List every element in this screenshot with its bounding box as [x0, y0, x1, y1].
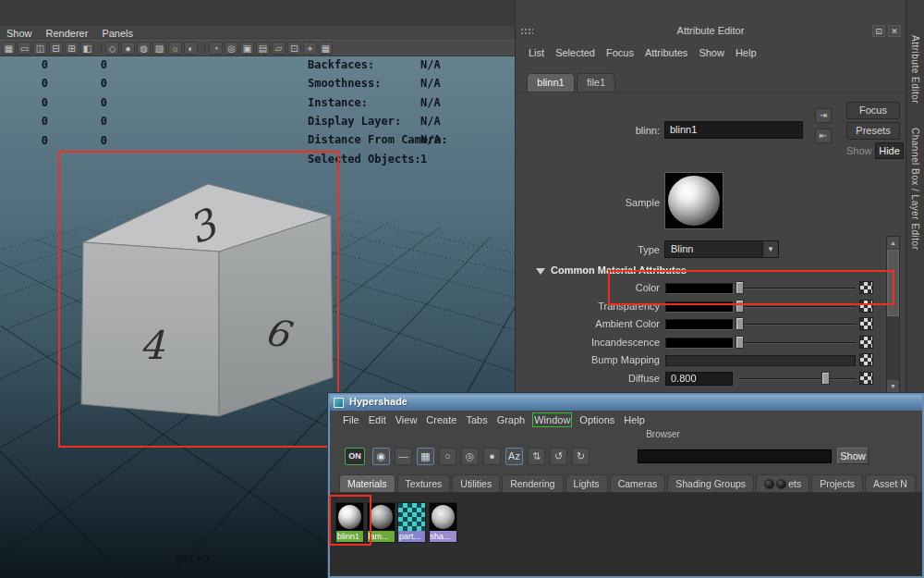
swatches-on-toggle[interactable]: ON — [345, 448, 365, 465]
node-name-field[interactable]: blinn1 — [664, 121, 803, 139]
shadows-icon[interactable]: ◐ — [184, 42, 198, 55]
color-swatch[interactable] — [665, 301, 734, 313]
hs-tab-asset-n[interactable]: Asset N — [865, 474, 916, 492]
color-swatch[interactable] — [665, 319, 734, 330]
show-filter-button[interactable]: Show — [837, 448, 869, 464]
section-common-material-attributes[interactable]: Common Material Attributes — [516, 264, 906, 279]
texture-map-icon[interactable] — [859, 336, 873, 349]
swatch-grid-icon[interactable]: ▦ — [417, 448, 434, 465]
hs-menu-help[interactable]: Help — [624, 414, 645, 425]
material-swatch-blinn1[interactable]: blinn1 — [335, 502, 364, 543]
scrollbar-thumb[interactable] — [887, 250, 899, 316]
scrollbar[interactable]: ▲ ▼ — [886, 236, 900, 393]
frame-all-icon[interactable]: ⌖ — [303, 42, 317, 55]
textured-icon[interactable]: ▨ — [152, 42, 166, 55]
hs-tab-cameras[interactable]: Cameras — [610, 474, 666, 492]
slider-handle[interactable] — [736, 317, 744, 330]
material-swatch-lam[interactable]: lam... — [367, 502, 395, 543]
swatch-filter-input[interactable] — [638, 449, 832, 463]
hs-tab-materials[interactable]: Materials — [339, 474, 395, 492]
medium-swatch-icon[interactable]: ◎ — [461, 448, 479, 465]
input-connections-icon[interactable]: ⇤ — [815, 129, 832, 143]
slider-handle[interactable] — [736, 336, 744, 349]
hs-tab-textures[interactable]: Textures — [397, 474, 451, 492]
tab-blinn1[interactable]: blinn1 — [527, 73, 575, 92]
isolate-select-icon[interactable]: ◔ — [209, 42, 223, 55]
texture-map-icon[interactable] — [859, 317, 873, 330]
scroll-down-icon[interactable]: ▼ — [887, 380, 899, 392]
two-pane-stack-icon[interactable]: ⊟ — [49, 42, 63, 55]
sidebar-tab-channel-box[interactable]: Channel Box / Layer Editor — [910, 128, 920, 251]
smooth-shade-icon[interactable]: ● — [121, 42, 135, 55]
ae-menu-attributes[interactable]: Attributes — [645, 47, 687, 58]
hs-tab-lights[interactable]: Lights — [565, 474, 608, 492]
tab-file1[interactable]: file1 — [577, 73, 615, 92]
focus-button[interactable]: Focus — [846, 102, 900, 119]
hs-menu-graph[interactable]: Graph — [497, 414, 526, 425]
material-sample-swatch[interactable] — [664, 172, 723, 229]
hs-tab-ets[interactable]: ets — [756, 474, 809, 492]
hs-tab-projects[interactable]: Projects — [811, 474, 863, 492]
render-swatches-icon[interactable]: ↻ — [572, 448, 590, 465]
texture-field[interactable] — [665, 355, 856, 366]
color-swatch[interactable] — [665, 338, 734, 349]
sort-reverse-icon[interactable]: ⇅ — [528, 448, 545, 465]
texture-map-icon[interactable] — [859, 372, 873, 385]
browser-section-header[interactable]: Browser — [330, 428, 922, 441]
output-connections-icon[interactable]: ⇥ — [815, 108, 832, 123]
slider-handle[interactable] — [736, 300, 744, 313]
safe-action-icon[interactable]: ⊡ — [287, 42, 301, 55]
color-swatch[interactable] — [665, 283, 734, 294]
flat-shade-icon[interactable]: ◍ — [137, 42, 151, 55]
large-swatch-icon[interactable]: ● — [483, 448, 501, 465]
refresh-swatches-icon[interactable]: ↺ — [550, 448, 567, 465]
hs-menu-options[interactable]: Options — [579, 414, 614, 425]
two-pane-side-icon[interactable]: ◫ — [33, 42, 47, 55]
four-pane-icon[interactable]: ⊞ — [65, 42, 79, 55]
vp-menu-panels[interactable]: Panels — [102, 28, 133, 39]
hypershade-titlebar[interactable]: Hypershade — [330, 395, 922, 411]
camera-gate-icon[interactable]: ▣ — [240, 42, 254, 55]
slider-handle[interactable] — [736, 281, 744, 294]
slider-track[interactable] — [744, 306, 856, 308]
slider-track[interactable] — [744, 324, 856, 326]
vp-menu-renderer[interactable]: Renderer — [46, 28, 89, 39]
ae-menu-show[interactable]: Show — [699, 47, 724, 58]
hs-menu-file[interactable]: File — [343, 414, 359, 425]
slider-track[interactable] — [744, 342, 856, 344]
single-pane-icon[interactable]: ▭ — [18, 42, 31, 55]
texture-map-icon[interactable] — [859, 281, 873, 294]
hs-menu-window[interactable]: Window — [534, 414, 570, 425]
pane-outliner-icon[interactable]: ◧ — [80, 42, 94, 55]
slider-track[interactable] — [739, 378, 856, 380]
material-swatch-sha[interactable]: sha... — [429, 502, 457, 543]
sort-alphabetical-icon[interactable]: Az — [505, 448, 523, 465]
ae-menu-list[interactable]: List — [529, 47, 544, 58]
sidebar-tab-attribute-editor[interactable]: Attribute Editor — [910, 35, 920, 104]
panel-menu-icon[interactable]: ▦ — [2, 42, 16, 55]
field-chart-icon[interactable]: ▱ — [272, 42, 286, 55]
show-button[interactable]: Show — [846, 142, 872, 159]
chevron-down-icon[interactable]: ▼ — [762, 241, 778, 257]
lights-icon[interactable]: ☼ — [168, 42, 182, 55]
hs-tab-shading-groups[interactable]: Shading Groups — [667, 474, 754, 492]
slider-handle[interactable] — [821, 372, 830, 385]
presets-button[interactable]: Presets — [846, 122, 900, 140]
material-type-dropdown[interactable]: Blinn ▼ — [664, 240, 779, 258]
hs-menu-tabs[interactable]: Tabs — [466, 414, 487, 425]
slider-track[interactable] — [744, 288, 856, 289]
texture-map-icon[interactable] — [859, 353, 873, 366]
scroll-up-icon[interactable]: ▲ — [887, 237, 899, 249]
xray-icon[interactable]: ◎ — [225, 42, 238, 55]
close-panel-icon[interactable]: ✕ — [888, 25, 901, 37]
hs-menu-edit[interactable]: Edit — [369, 414, 386, 425]
hs-menu-create[interactable]: Create — [426, 414, 456, 425]
hs-tab-utilities[interactable]: Utilities — [452, 474, 500, 492]
ae-menu-help[interactable]: Help — [736, 47, 757, 58]
vp-menu-show[interactable]: Show — [6, 28, 32, 39]
float-panel-icon[interactable]: ⊡ — [872, 25, 885, 37]
material-swatch-part[interactable]: part... — [397, 502, 426, 543]
wireframe-icon[interactable]: ◇ — [105, 42, 119, 55]
texture-map-icon[interactable] — [859, 300, 873, 313]
clear-graph-icon[interactable]: — — [395, 448, 412, 465]
